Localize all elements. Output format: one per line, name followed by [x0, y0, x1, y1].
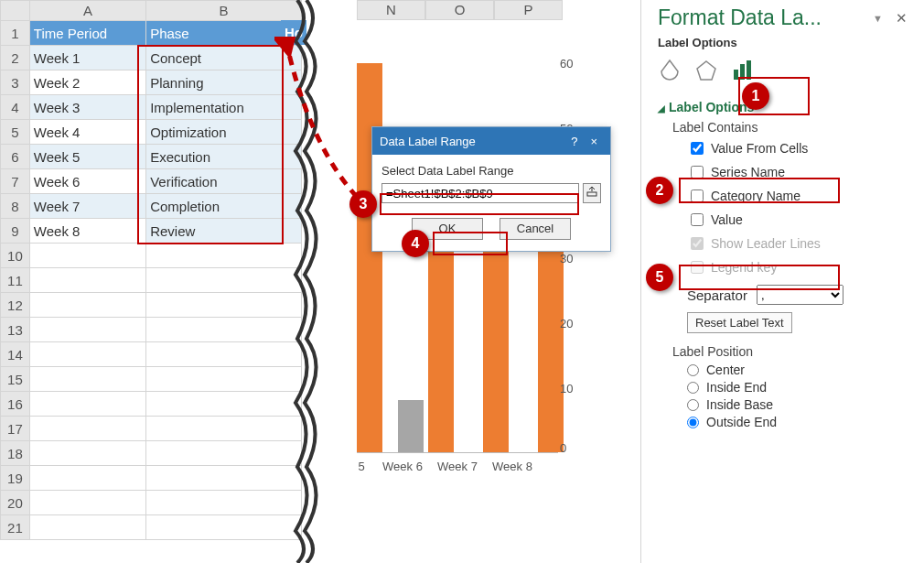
- series-name-checkbox[interactable]: Series Name: [687, 162, 913, 182]
- badge-1: 1: [742, 82, 769, 110]
- separator-label: Separator: [687, 287, 747, 303]
- dialog-title-bar[interactable]: Data Label Range ? ×: [372, 127, 610, 155]
- row-header[interactable]: 1: [1, 21, 30, 46]
- badge-5: 5: [646, 264, 673, 291]
- cell[interactable]: Week 1: [29, 46, 145, 70]
- svg-rect-2: [734, 70, 738, 80]
- plot-area[interactable]: [357, 64, 558, 453]
- inside-end-radio[interactable]: Inside End: [687, 380, 913, 395]
- inside-base-radio[interactable]: Inside Base: [687, 397, 913, 412]
- reset-label-button[interactable]: Reset Label Text: [687, 312, 792, 333]
- col-header-o[interactable]: O: [425, 0, 494, 20]
- dialog-title: Data Label Range: [380, 135, 476, 148]
- label-options-section[interactable]: Label Options: [658, 100, 913, 114]
- col-header-row: A B: [1, 1, 302, 21]
- chart-options-tab-icon[interactable]: [731, 59, 755, 85]
- panel-subtitle: Label Options: [658, 36, 913, 49]
- legend-key-checkbox: Legend key: [687, 257, 913, 277]
- cancel-button[interactable]: Cancel: [500, 218, 571, 240]
- center-radio[interactable]: Center: [687, 363, 913, 377]
- x-axis: 5 Week 6 Week 7 Week 8: [348, 460, 540, 473]
- select-all[interactable]: [1, 1, 30, 21]
- value-from-cells-checkbox[interactable]: Value From Cells: [687, 138, 913, 158]
- callout-arrow: [274, 37, 384, 211]
- range-input[interactable]: [381, 183, 579, 203]
- panel-title: Format Data La...: [658, 5, 865, 30]
- format-data-labels-panel: Format Data La... ▼ ✕ Label Options Labe…: [640, 0, 924, 563]
- col-header-n[interactable]: N: [357, 0, 425, 20]
- fill-tab-icon[interactable]: [658, 59, 682, 85]
- col-header-a[interactable]: A: [29, 1, 145, 21]
- svg-rect-4: [747, 60, 751, 80]
- col-header-p[interactable]: P: [494, 0, 563, 20]
- panel-tabs: [658, 59, 913, 85]
- label-contains: Label Contains: [672, 120, 913, 135]
- badge-4: 4: [402, 230, 429, 257]
- value-checkbox[interactable]: Value: [687, 210, 913, 230]
- cell-a1[interactable]: Time Period: [29, 21, 145, 46]
- svg-rect-0: [587, 192, 596, 196]
- leader-lines-checkbox: Show Leader Lines: [687, 233, 913, 254]
- worksheet[interactable]: A B 1 Time Period Phase 2Week 1Concept 3…: [0, 0, 302, 540]
- range-picker-button[interactable]: [583, 183, 601, 203]
- svg-marker-1: [697, 61, 715, 80]
- effects-tab-icon[interactable]: [694, 59, 718, 85]
- badge-2: 2: [646, 177, 673, 204]
- col-header-b[interactable]: B: [146, 1, 302, 21]
- mid-column-headers: N O P: [357, 0, 563, 20]
- badge-3: 3: [349, 190, 377, 218]
- grid[interactable]: A B 1 Time Period Phase 2Week 1Concept 3…: [0, 0, 302, 540]
- label-position: Label Position: [672, 344, 913, 359]
- y-axis: 60 50 40 30 20 10 0: [560, 57, 596, 460]
- outside-end-radio[interactable]: Outside End: [687, 415, 913, 429]
- svg-rect-3: [740, 64, 745, 80]
- bar[interactable]: [398, 400, 424, 452]
- separator-select[interactable]: ,: [757, 285, 843, 305]
- close-button[interactable]: ×: [585, 135, 603, 148]
- help-button[interactable]: ?: [564, 135, 585, 148]
- panel-close-button[interactable]: ✕: [890, 8, 913, 28]
- dialog-label: Select Data Label Range: [381, 164, 601, 178]
- panel-dropdown-icon[interactable]: ▼: [873, 13, 883, 24]
- separator-row: Separator ,: [687, 285, 913, 305]
- category-name-checkbox[interactable]: Category Name: [687, 186, 913, 206]
